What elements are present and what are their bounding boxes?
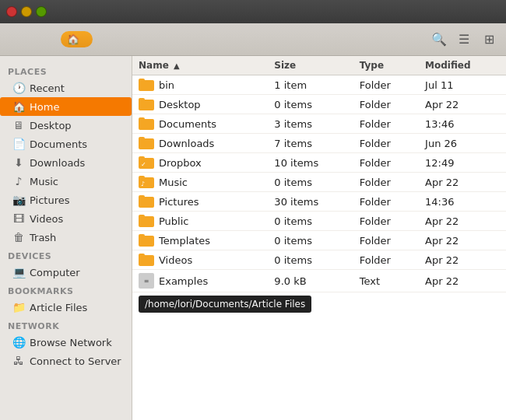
file-name-label: Music (159, 177, 188, 188)
folder-icon (139, 117, 154, 130)
file-type-cell: Folder (353, 95, 419, 114)
file-pane: Name ▲ Size Type Modified bin1 itemFolde… (132, 56, 506, 420)
folder-icon (139, 98, 154, 110)
sidebar-item-articlefiles[interactable]: 📁Article Files (0, 298, 132, 317)
titlebar (0, 0, 506, 23)
file-name-cell-0: bin (132, 75, 268, 95)
location-pill[interactable]: 🏠 (61, 31, 93, 47)
file-modified-cell: Apr 22 (419, 95, 506, 114)
file-modified-cell: Apr 22 (419, 231, 506, 250)
file-name-cell-2: Documents (132, 114, 268, 134)
file-type-cell: Folder (353, 75, 419, 95)
music-icon: ♪ (12, 175, 25, 187)
table-row[interactable]: Templates0 itemsFolderApr 22 (132, 231, 506, 250)
col-type[interactable]: Type (353, 56, 419, 75)
close-button[interactable] (6, 6, 17, 17)
sidebar-item-label-computer: Computer (30, 267, 80, 278)
file-type-cell: Folder (353, 192, 419, 212)
table-row[interactable]: Videos0 itemsFolderApr 22 (132, 250, 506, 270)
table-row[interactable]: Documents3 itemsFolder13:46 (132, 114, 506, 134)
folder-icon (139, 234, 154, 247)
file-size-cell: 9.0 kB (268, 270, 353, 292)
grid-icon: ⊞ (484, 32, 494, 47)
col-name[interactable]: Name ▲ (132, 56, 268, 75)
toolbar-actions: 🔍 ☰ ⊞ (428, 29, 500, 51)
file-name-label: Dropbox (159, 157, 202, 169)
file-name-cell-8: Templates (132, 231, 268, 250)
file-name-label: Examples (159, 275, 208, 287)
table-row[interactable]: Public0 itemsFolderApr 22 (132, 212, 506, 231)
file-size-cell: 0 items (268, 231, 353, 250)
documents-icon: 📄 (12, 138, 25, 150)
sidebar-item-recent[interactable]: 🕐Recent (0, 79, 132, 97)
search-button[interactable]: 🔍 (428, 29, 450, 51)
sidebar-section-network: Network (0, 317, 132, 333)
sidebar-item-downloads[interactable]: ⬇Downloads (0, 153, 132, 172)
file-size-cell: 3 items (268, 114, 353, 134)
sidebar-item-label-trash: Trash (30, 232, 56, 243)
nav-buttons (6, 29, 51, 51)
file-type-cell: Folder (353, 134, 419, 153)
file-type-cell: Folder (353, 173, 419, 192)
file-modified-cell: Jul 11 (419, 75, 506, 95)
minimize-button[interactable] (21, 6, 32, 17)
sidebar-item-home[interactable]: 🏠Home (0, 97, 132, 116)
file-modified-cell: Apr 22 (419, 250, 506, 270)
sidebar-item-label-videos: Videos (30, 213, 63, 225)
forward-button[interactable] (30, 29, 51, 51)
articlefiles-icon: 📁 (12, 301, 25, 313)
file-name-cell-5: ♪Music (132, 173, 268, 192)
table-row[interactable]: Pictures30 itemsFolder14:36 (132, 192, 506, 212)
home-icon: 🏠 (12, 100, 25, 113)
table-row[interactable]: Downloads7 itemsFolderJun 26 (132, 134, 506, 153)
window-controls (6, 6, 47, 17)
sidebar-item-documents[interactable]: 📄Documents (0, 135, 132, 153)
file-modified-cell: Jun 26 (419, 134, 506, 153)
sidebar-item-label-connecttoserver: Connect to Server (30, 355, 121, 367)
view-list-button[interactable]: ☰ (453, 29, 475, 51)
sidebar-section-bookmarks: Bookmarks (0, 282, 132, 298)
sidebar-item-browsenetwork[interactable]: 🌐Browse Network (0, 333, 132, 352)
table-row[interactable]: Desktop0 itemsFolderApr 22 (132, 95, 506, 114)
sidebar-item-videos[interactable]: 🎞Videos (0, 209, 132, 228)
folder-icon (139, 195, 154, 208)
file-icon: ≡ (139, 273, 154, 289)
sidebar-item-desktop[interactable]: 🖥Desktop (0, 116, 132, 135)
file-modified-cell: Apr 22 (419, 212, 506, 231)
col-size[interactable]: Size (268, 56, 353, 75)
table-row[interactable]: ♪Music0 itemsFolderApr 22 (132, 173, 506, 192)
file-type-cell: Text (353, 270, 419, 292)
maximize-button[interactable] (36, 6, 47, 17)
sidebar-item-label-articlefiles: Article Files (30, 302, 87, 313)
table-row[interactable]: bin1 itemFolderJul 11 (132, 75, 506, 95)
table-row[interactable]: ✓Dropbox10 itemsFolder12:49 (132, 153, 506, 173)
folder-icon: ✓ (139, 156, 154, 169)
file-modified-cell: 13:46 (419, 114, 506, 134)
sidebar-item-connecttoserver[interactable]: 🖧Connect to Server (0, 352, 132, 370)
file-name-cell-3: Downloads (132, 134, 268, 153)
sidebar-item-trash[interactable]: 🗑Trash (0, 228, 132, 247)
file-modified-cell: 12:49 (419, 153, 506, 173)
search-icon: 🔍 (431, 32, 447, 47)
sidebar-item-music[interactable]: ♪Music (0, 172, 132, 191)
view-grid-button[interactable]: ⊞ (478, 29, 500, 51)
file-name-label: Pictures (159, 196, 199, 208)
sidebar-item-computer[interactable]: 💻Computer (0, 263, 132, 282)
sidebar-item-pictures[interactable]: 📷Pictures (0, 191, 132, 209)
toolbar: 🏠 🔍 ☰ ⊞ (0, 23, 506, 56)
file-type-cell: Folder (353, 231, 419, 250)
folder-icon (139, 79, 154, 91)
file-type-cell: Folder (353, 153, 419, 173)
file-name-cell-10: ≡Examples (132, 270, 268, 292)
table-row[interactable]: ≡Examples9.0 kBTextApr 22 (132, 270, 506, 292)
folder-icon: ♪ (139, 176, 154, 188)
back-button[interactable] (6, 29, 28, 51)
sidebar-item-label-downloads: Downloads (30, 157, 85, 169)
sidebar: Places🕐Recent🏠Home🖥Desktop📄Documents⬇Dow… (0, 56, 132, 420)
connecttoserver-icon: 🖧 (12, 355, 25, 367)
dropbox-badge: ✓ (141, 161, 146, 168)
file-table-header: Name ▲ Size Type Modified (132, 56, 506, 75)
file-name-label: Videos (159, 254, 192, 266)
file-size-cell: 1 item (268, 75, 353, 95)
col-modified[interactable]: Modified (419, 56, 506, 75)
